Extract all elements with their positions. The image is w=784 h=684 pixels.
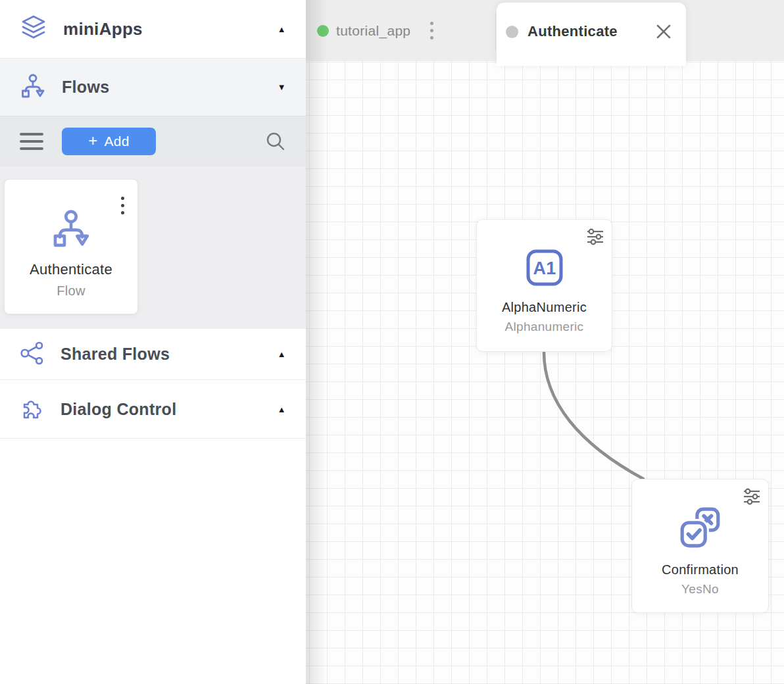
flow-branch-icon (49, 208, 93, 252)
status-dot-gray (506, 26, 518, 38)
svg-text:A1: A1 (533, 258, 556, 278)
node-title: AlphaNumeric (502, 300, 587, 315)
tab-tutorial-app[interactable]: tutorial_app (306, 0, 436, 61)
sidebar-item-flows[interactable]: Flows ▼ (0, 58, 306, 116)
kebab-menu-icon[interactable] (428, 19, 436, 42)
sidebar-item-label: Flows (62, 78, 109, 97)
main-area: tutorial_app Authenticate (306, 0, 784, 684)
sidebar: miniApps ▲ Flows ▼ + Add (0, 0, 306, 684)
sidebar-item-label: Dialog Control (61, 400, 176, 419)
plus-icon: + (88, 132, 97, 150)
share-icon (20, 341, 45, 368)
a1-badge-icon: A1 (526, 249, 564, 289)
kebab-menu-icon[interactable] (120, 195, 126, 216)
hamburger-menu-icon[interactable] (20, 133, 43, 150)
flow-canvas[interactable]: A1 AlphaNumeric Alphanumeric (306, 61, 784, 684)
chevron-up-icon[interactable]: ▲ (278, 350, 286, 358)
tab-separator (495, 13, 496, 49)
tab-label: tutorial_app (336, 23, 410, 39)
node-title: Confirmation (662, 562, 739, 577)
node-confirmation[interactable]: Confirmation YesNo (631, 479, 769, 613)
flow-card-subtitle: Flow (57, 283, 85, 299)
close-icon[interactable] (654, 22, 673, 41)
sliders-icon[interactable] (586, 228, 604, 245)
add-button-label: Add (105, 134, 130, 149)
collapse-arrow-icon[interactable]: ▲ (278, 25, 286, 34)
chevron-down-icon[interactable]: ▼ (278, 83, 286, 91)
flow-card-authenticate[interactable]: Authenticate Flow (4, 179, 138, 314)
flow-list: Authenticate Flow (0, 166, 306, 329)
puzzle-icon (20, 395, 45, 423)
app-title: miniApps (63, 19, 143, 39)
layers-icon (20, 14, 47, 43)
status-dot-green (317, 25, 329, 37)
search-icon[interactable] (265, 131, 286, 152)
tab-bar: tutorial_app Authenticate (306, 0, 784, 61)
node-subtitle: YesNo (681, 582, 719, 597)
node-alphanumeric[interactable]: A1 AlphaNumeric Alphanumeric (476, 219, 612, 352)
sidebar-item-dialog-control[interactable]: Dialog Control ▲ (0, 380, 306, 439)
sidebar-header[interactable]: miniApps ▲ (0, 0, 306, 58)
node-subtitle: Alphanumeric (505, 320, 584, 334)
sidebar-item-shared-flows[interactable]: Shared Flows ▲ (0, 329, 306, 380)
tab-label: Authenticate (527, 23, 618, 40)
tab-authenticate[interactable]: Authenticate (497, 3, 686, 66)
chevron-up-icon[interactable]: ▲ (278, 405, 286, 414)
check-cross-icon (678, 506, 723, 552)
add-flow-button[interactable]: + Add (62, 128, 156, 155)
sliders-icon[interactable] (743, 488, 761, 505)
sidebar-item-label: Shared Flows (61, 345, 170, 364)
flows-toolbar: + Add (0, 116, 306, 166)
flow-branch-icon (20, 73, 46, 102)
flow-card-title: Authenticate (30, 261, 112, 278)
